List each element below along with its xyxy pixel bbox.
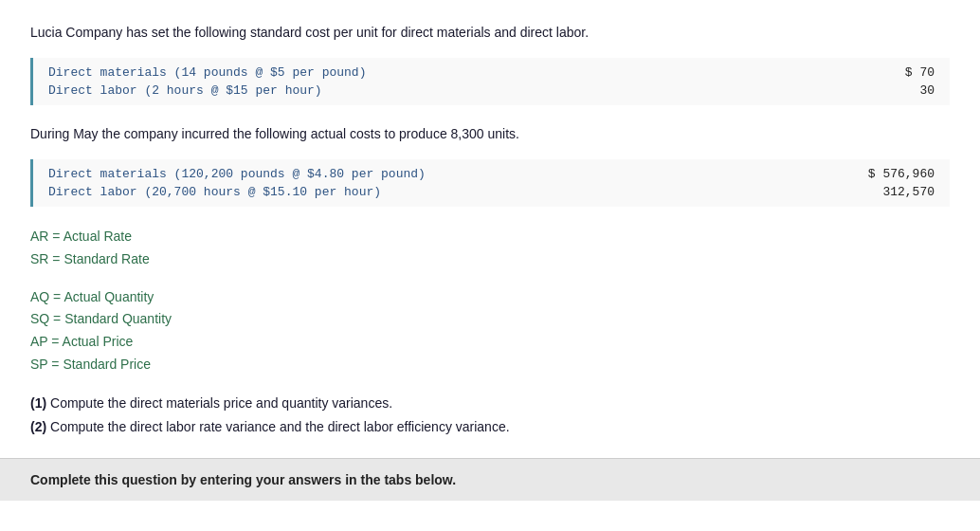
bottom-bar-text: Complete this question by entering your … xyxy=(30,472,456,487)
actual-cost-row-labor: Direct labor (20,700 hours @ $15.10 per … xyxy=(48,185,935,199)
def-sp: SP = Standard Price xyxy=(30,354,950,376)
task-2-number: (2) xyxy=(30,419,46,434)
tasks-block: (1) Compute the direct materials price a… xyxy=(30,392,950,439)
standard-cost-row-labor: Direct labor (2 hours @ $15 per hour) 30 xyxy=(48,83,935,98)
def-ar: AR = Actual Rate xyxy=(30,226,950,248)
standard-cost-label-materials: Direct materials (14 pounds @ $5 per pou… xyxy=(48,65,366,80)
standard-cost-row-materials: Direct materials (14 pounds @ $5 per pou… xyxy=(48,65,935,80)
actual-cost-value-labor: 312,570 xyxy=(840,185,935,199)
def-ap: AP = Actual Price xyxy=(30,331,950,354)
actual-cost-row-materials: Direct materials (120,200 pounds @ $4.80… xyxy=(48,167,935,181)
standard-cost-value-materials: $ 70 xyxy=(840,65,935,80)
actual-intro-text: During May the company incurred the foll… xyxy=(30,124,950,144)
def-sq: SQ = Standard Quantity xyxy=(30,308,950,331)
definitions-group2: AQ = Actual Quantity SQ = Standard Quant… xyxy=(30,286,950,376)
intro-text: Lucia Company has set the following stan… xyxy=(30,23,950,43)
definitions-group1: AR = Actual Rate SR = Standard Rate xyxy=(30,226,950,271)
actual-cost-label-materials: Direct materials (120,200 pounds @ $4.80… xyxy=(48,167,426,181)
actual-cost-value-materials: $ 576,960 xyxy=(840,167,935,181)
actual-cost-label-labor: Direct labor (20,700 hours @ $15.10 per … xyxy=(48,185,381,199)
actual-costs-table: Direct materials (120,200 pounds @ $4.80… xyxy=(30,159,950,207)
def-sr: SR = Standard Rate xyxy=(30,248,950,271)
task-2-description: Compute the direct labor rate variance a… xyxy=(50,419,510,434)
standard-costs-table: Direct materials (14 pounds @ $5 per pou… xyxy=(30,58,950,105)
task-1: (1) Compute the direct materials price a… xyxy=(30,392,950,415)
task-1-description: Compute the direct materials price and q… xyxy=(50,395,392,411)
standard-cost-label-labor: Direct labor (2 hours @ $15 per hour) xyxy=(48,83,322,98)
task-2: (2) Compute the direct labor rate varian… xyxy=(30,415,950,439)
def-aq: AQ = Actual Quantity xyxy=(30,286,950,309)
bottom-bar: Complete this question by entering your … xyxy=(0,458,980,501)
task-1-number: (1) xyxy=(30,395,46,411)
standard-cost-value-labor: 30 xyxy=(840,83,935,98)
